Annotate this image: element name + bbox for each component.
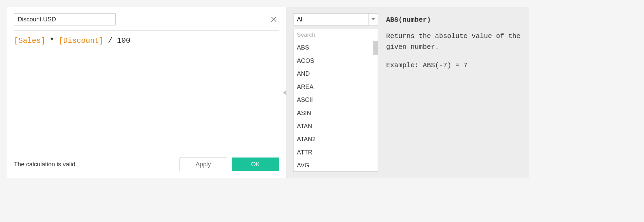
editor-panel: [Sales] * [Discount] / 100 The calculati…: [7, 7, 286, 178]
function-list[interactable]: ABSACOSANDAREAASCIIASINATANATAN2ATTRAVGB…: [293, 41, 378, 172]
help-signature: ABS(number): [386, 15, 521, 25]
name-row: [14, 13, 279, 25]
help-example: Example: ABS(-7) = 7: [386, 60, 521, 71]
function-item[interactable]: AVG: [293, 159, 378, 172]
footer: The calculation is valid. Apply OK: [14, 158, 279, 171]
calculation-editor-dialog: [Sales] * [Discount] / 100 The calculati…: [7, 7, 529, 178]
formula-token: 100: [117, 37, 131, 45]
formula-token: /: [103, 37, 117, 45]
collapse-arrow-icon[interactable]: [283, 90, 286, 95]
function-item[interactable]: ATAN2: [293, 133, 378, 146]
function-item[interactable]: ASCII: [293, 93, 378, 107]
function-item[interactable]: AREA: [293, 80, 378, 94]
function-item[interactable]: ABS: [293, 41, 378, 54]
apply-button[interactable]: Apply: [179, 158, 227, 171]
help-description: Returns the absolute value of the given …: [386, 31, 521, 53]
ok-button[interactable]: OK: [232, 158, 279, 171]
function-item[interactable]: ASIN: [293, 107, 378, 120]
scrollbar-thumb[interactable]: [373, 41, 378, 55]
function-search-input[interactable]: [293, 29, 378, 41]
formula-editor[interactable]: [Sales] * [Discount] / 100: [14, 35, 279, 154]
function-item[interactable]: ATTR: [293, 146, 378, 159]
function-column: All ABSACOSANDAREAASCIIASINATANATAN2ATTR…: [286, 7, 378, 178]
formula-token: *: [45, 37, 59, 45]
formula-token: [Discount]: [59, 37, 103, 45]
close-icon[interactable]: [270, 16, 277, 23]
calc-name-input[interactable]: [14, 13, 116, 25]
formula-token: [Sales]: [14, 37, 45, 45]
divider: [14, 30, 279, 31]
button-group: Apply OK: [179, 158, 279, 171]
function-item[interactable]: ATAN: [293, 120, 378, 133]
function-item[interactable]: ACOS: [293, 54, 378, 68]
help-text-column: ABS(number) Returns the absolute value o…: [378, 7, 529, 178]
help-panel: All ABSACOSANDAREAASCIIASINATANATAN2ATTR…: [286, 7, 529, 178]
category-selected-label: All: [297, 16, 304, 23]
chevron-down-icon: [368, 14, 378, 25]
function-item[interactable]: AND: [293, 67, 378, 80]
category-select[interactable]: All: [293, 13, 378, 25]
status-text: The calculation is valid.: [14, 161, 77, 168]
